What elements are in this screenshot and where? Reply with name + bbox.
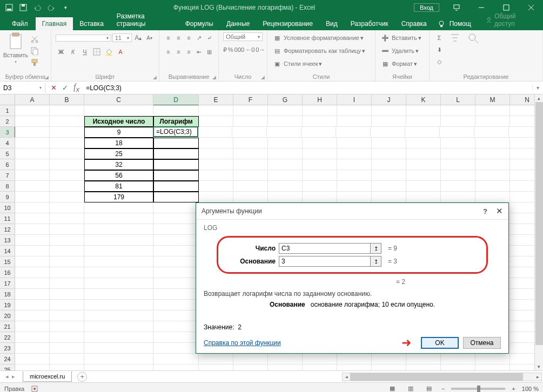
sheet-next-icon[interactable]: ▸: [12, 373, 15, 380]
ok-button[interactable]: OK: [421, 337, 459, 349]
tab-tellme[interactable]: Помощ: [450, 17, 478, 30]
cell[interactable]: [475, 181, 510, 192]
cell[interactable]: [50, 246, 84, 256]
increase-decimal-icon[interactable]: ←0: [245, 44, 254, 55]
cell[interactable]: [84, 289, 153, 300]
cell[interactable]: [441, 364, 475, 370]
arg1-ref-icon[interactable]: ↥: [370, 244, 381, 253]
cell[interactable]: [233, 181, 268, 192]
col-header[interactable]: L: [441, 94, 475, 105]
cell[interactable]: [50, 343, 84, 354]
cell[interactable]: [50, 181, 84, 192]
clipboard-launcher-icon[interactable]: ◢: [45, 75, 49, 80]
cell[interactable]: [406, 148, 441, 159]
row-header[interactable]: 15: [0, 256, 15, 267]
align-top-icon[interactable]: ≡: [164, 32, 173, 43]
col-header[interactable]: J: [372, 94, 406, 105]
cell[interactable]: [84, 235, 153, 246]
cell[interactable]: [84, 332, 153, 343]
cell[interactable]: [15, 181, 50, 192]
cell[interactable]: 81: [84, 181, 153, 192]
cell[interactable]: [337, 105, 372, 116]
zoom-in-icon[interactable]: +: [512, 386, 515, 392]
arg1-input[interactable]: [279, 244, 370, 253]
cell[interactable]: [337, 138, 372, 148]
cell[interactable]: [198, 127, 232, 138]
cell[interactable]: [440, 127, 474, 138]
accounting-icon[interactable]: ₽: [223, 44, 227, 55]
cell[interactable]: [50, 256, 84, 267]
cell[interactable]: [268, 181, 303, 192]
cell[interactable]: [15, 105, 50, 116]
select-all-corner[interactable]: [0, 94, 15, 105]
cell[interactable]: [15, 170, 50, 181]
tab-formulas[interactable]: Формулы: [179, 17, 220, 30]
view-page-break-icon[interactable]: ▤: [423, 384, 435, 393]
cell[interactable]: [232, 127, 267, 138]
insert-cells-button[interactable]: ➕Вставить ▾: [380, 32, 425, 43]
cell[interactable]: [303, 138, 337, 148]
cell[interactable]: [233, 364, 268, 370]
cell[interactable]: [441, 138, 475, 148]
cell[interactable]: [15, 343, 50, 354]
row-header[interactable]: 16: [0, 267, 15, 278]
cell[interactable]: [441, 159, 475, 170]
cell[interactable]: [153, 300, 199, 310]
cell[interactable]: 18: [84, 138, 153, 148]
cell[interactable]: [50, 364, 84, 370]
number-launcher-icon[interactable]: ◢: [261, 75, 265, 80]
dialog-close-icon[interactable]: ✕: [496, 206, 503, 216]
orientation-icon[interactable]: ↗: [195, 32, 204, 43]
add-sheet-button[interactable]: +: [77, 372, 87, 382]
cell[interactable]: [372, 159, 406, 170]
formula-input[interactable]: [84, 83, 532, 93]
align-middle-icon[interactable]: ≡: [174, 32, 183, 43]
formula-enter-icon[interactable]: ✓: [62, 84, 68, 92]
cell[interactable]: [50, 105, 84, 116]
cell[interactable]: [153, 321, 199, 332]
row-header[interactable]: 25: [0, 364, 15, 370]
cell[interactable]: [153, 105, 199, 116]
cell[interactable]: [268, 192, 303, 202]
cell[interactable]: [303, 116, 337, 127]
cell[interactable]: [475, 116, 510, 127]
cell[interactable]: [406, 138, 441, 148]
cell[interactable]: [15, 192, 50, 202]
cancel-button[interactable]: Отмена: [463, 337, 501, 349]
cell[interactable]: [303, 181, 337, 192]
cell[interactable]: [475, 148, 510, 159]
format-painter-icon[interactable]: [29, 57, 40, 68]
sheet-prev-icon[interactable]: ◂: [5, 373, 9, 380]
cell[interactable]: [371, 127, 405, 138]
cell-styles-button[interactable]: ▣Стили ячеек ▾: [272, 58, 371, 69]
fill-color-icon[interactable]: [103, 46, 114, 57]
cell[interactable]: [406, 181, 441, 192]
cell[interactable]: [153, 235, 199, 246]
formula-expand-icon[interactable]: ▾: [532, 85, 543, 91]
paste-button[interactable]: Вставить ▾: [4, 32, 27, 72]
comma-icon[interactable]: 000: [234, 44, 244, 55]
align-bottom-icon[interactable]: ≡: [184, 32, 193, 43]
cell[interactable]: [84, 310, 153, 321]
cell[interactable]: [199, 116, 233, 127]
cell[interactable]: [233, 170, 268, 181]
cell[interactable]: [268, 148, 303, 159]
cell[interactable]: [50, 148, 84, 159]
cell[interactable]: [15, 202, 50, 213]
cell[interactable]: [337, 116, 372, 127]
cell[interactable]: [153, 354, 199, 364]
find-select-button[interactable]: [465, 32, 481, 72]
cell[interactable]: [50, 332, 84, 343]
tab-layout[interactable]: Разметка страницы: [110, 10, 179, 30]
row-header[interactable]: 3: [0, 127, 15, 138]
col-header[interactable]: K: [406, 94, 441, 105]
row-header[interactable]: 6: [0, 159, 15, 170]
col-header[interactable]: M: [475, 94, 510, 105]
cell[interactable]: [233, 116, 268, 127]
cell[interactable]: [50, 300, 84, 310]
cell[interactable]: [15, 300, 50, 310]
cell[interactable]: [50, 170, 84, 181]
cell[interactable]: [233, 148, 268, 159]
align-center-icon[interactable]: ≡: [174, 46, 183, 57]
cell[interactable]: [372, 364, 406, 370]
